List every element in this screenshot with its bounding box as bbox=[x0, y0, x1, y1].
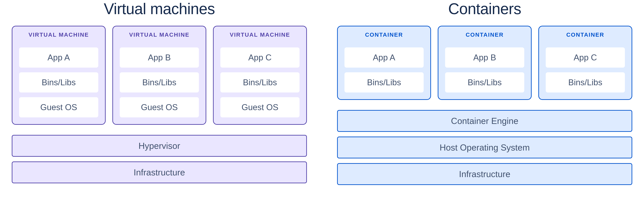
vm-box-label: VIRTUAL MACHINE bbox=[19, 32, 98, 38]
vm-box-label: VIRTUAL MACHINE bbox=[220, 32, 300, 38]
vm-2-app: App C bbox=[220, 47, 300, 68]
ct-1-app: App B bbox=[445, 47, 524, 68]
vm-box-label: VIRTUAL MACHINE bbox=[120, 32, 199, 38]
ct-2-bins: Bins/Libs bbox=[546, 72, 625, 92]
vm-title: Virtual machines bbox=[12, 0, 307, 18]
vm-boxes-row: VIRTUAL MACHINE App A Bins/Libs Guest OS… bbox=[12, 26, 307, 125]
vm-box-1: VIRTUAL MACHINE App B Bins/Libs Guest OS bbox=[112, 26, 206, 125]
vm-1-bins: Bins/Libs bbox=[120, 72, 199, 92]
vm-1-os: Guest OS bbox=[120, 97, 199, 117]
vm-infrastructure-layer: Infrastructure bbox=[12, 161, 307, 183]
vm-box-2: VIRTUAL MACHINE App C Bins/Libs Guest OS bbox=[213, 26, 307, 125]
ct-2-app: App C bbox=[546, 47, 625, 68]
container-box-2: CONTAINER App C Bins/Libs bbox=[538, 26, 632, 100]
vm-stack: Hypervisor Infrastructure bbox=[12, 135, 307, 183]
vm-2-bins: Bins/Libs bbox=[220, 72, 300, 92]
vm-column: Virtual machines VIRTUAL MACHINE App A B… bbox=[12, 0, 307, 185]
vm-hypervisor-layer: Hypervisor bbox=[12, 135, 307, 157]
container-box-0: CONTAINER App A Bins/Libs bbox=[337, 26, 431, 100]
ct-0-app: App A bbox=[344, 47, 424, 68]
container-engine-layer: Container Engine bbox=[337, 110, 632, 132]
container-box-label: CONTAINER bbox=[344, 32, 424, 38]
container-box-label: CONTAINER bbox=[546, 32, 625, 38]
containers-infrastructure-layer: Infrastructure bbox=[337, 163, 632, 185]
vm-2-os: Guest OS bbox=[220, 97, 300, 117]
container-box-1: CONTAINER App B Bins/Libs bbox=[438, 26, 532, 100]
host-os-layer: Host Operating System bbox=[337, 137, 632, 158]
container-box-label: CONTAINER bbox=[445, 32, 524, 38]
containers-column: Containers CONTAINER App A Bins/Libs CON… bbox=[337, 0, 632, 185]
ct-0-bins: Bins/Libs bbox=[344, 72, 424, 92]
vm-0-bins: Bins/Libs bbox=[19, 72, 98, 92]
vm-0-os: Guest OS bbox=[19, 97, 98, 117]
containers-boxes-row: CONTAINER App A Bins/Libs CONTAINER App … bbox=[337, 26, 632, 100]
diagram-root: Virtual machines VIRTUAL MACHINE App A B… bbox=[7, 0, 637, 185]
vm-0-app: App A bbox=[19, 47, 98, 68]
vm-1-app: App B bbox=[120, 47, 199, 68]
containers-title: Containers bbox=[337, 0, 632, 18]
containers-stack: Container Engine Host Operating System I… bbox=[337, 110, 632, 185]
vm-box-0: VIRTUAL MACHINE App A Bins/Libs Guest OS bbox=[12, 26, 106, 125]
ct-1-bins: Bins/Libs bbox=[445, 72, 524, 92]
